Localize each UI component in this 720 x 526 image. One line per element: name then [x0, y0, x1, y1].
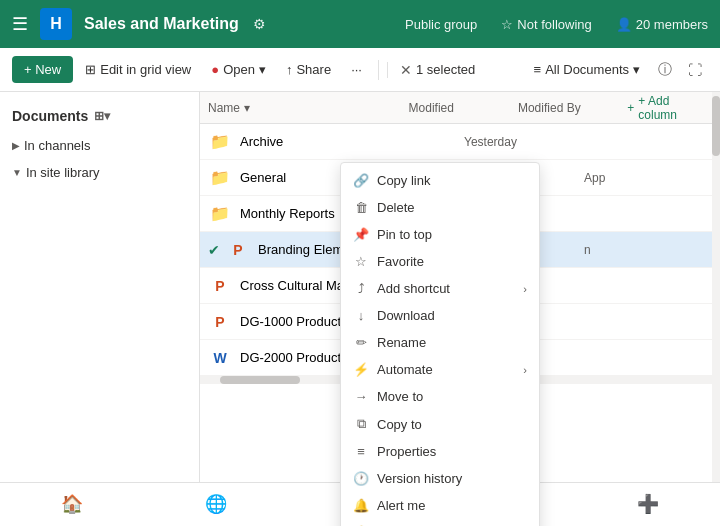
more-button[interactable]: ··· — [343, 56, 370, 83]
selected-indicator: ✕ 1 selected — [387, 62, 475, 78]
menu-item-rename[interactable]: ✏ Rename — [341, 329, 539, 356]
menu-label: Version history — [377, 471, 462, 486]
docx-icon: W — [208, 346, 232, 370]
add-icon: ➕ — [637, 493, 659, 515]
menu-label: Delete — [377, 200, 415, 215]
all-docs-chevron-icon: ▾ — [633, 62, 640, 77]
menu-label: Move to — [377, 389, 423, 404]
web-icon: 🌐 — [205, 493, 227, 515]
members[interactable]: 👤 20 members — [616, 17, 708, 32]
bottom-nav-home[interactable]: 🏠 — [49, 489, 95, 521]
menu-label: Add shortcut — [377, 281, 450, 296]
menu-label: Automate — [377, 362, 433, 377]
move-icon: → — [353, 389, 369, 404]
public-group-label: Public group — [405, 17, 477, 32]
all-docs-filter[interactable]: ≡ All Documents ▾ — [534, 62, 640, 77]
edit-grid-button[interactable]: ⊞ Edit in grid view — [77, 56, 199, 83]
documents-label: Documents — [12, 108, 88, 124]
grid-icon: ⊞ — [85, 62, 96, 77]
members-label: 20 members — [636, 17, 708, 32]
home-icon: 🏠 — [61, 493, 83, 515]
folder-icon: 📁 — [208, 130, 232, 154]
download-icon: ↓ — [353, 308, 369, 323]
menu-item-alert-me[interactable]: 🔔 Alert me — [341, 492, 539, 519]
open-icon: ● — [211, 62, 219, 77]
menu-item-properties[interactable]: ≡ Properties — [341, 438, 539, 465]
bottom-nav-web[interactable]: 🌐 — [193, 489, 239, 521]
share-icon: ↑ — [286, 62, 293, 77]
add-shortcut-icon: ⤴ — [353, 281, 369, 296]
history-icon: 🕐 — [353, 471, 369, 486]
info-button[interactable]: ⓘ — [652, 57, 678, 83]
menu-item-favorite[interactable]: ☆ Favorite — [341, 248, 539, 275]
toolbar-right-icons: ⓘ ⛶ — [652, 57, 708, 83]
toolbar-divider — [378, 60, 379, 80]
horizontal-scrollbar-thumb[interactable] — [220, 376, 300, 384]
table-row[interactable]: 📁 Archive Yesterday — [200, 124, 712, 160]
menu-item-download[interactable]: ↓ Download — [341, 302, 539, 329]
menu-item-version-history[interactable]: 🕐 Version history — [341, 465, 539, 492]
copy-link-icon: 🔗 — [353, 173, 369, 188]
menu-label: Copy link — [377, 173, 430, 188]
properties-icon: ≡ — [353, 444, 369, 459]
toolbar: + New ⊞ Edit in grid view ● Open ▾ ↑ Sha… — [0, 48, 720, 92]
context-menu: 🔗 Copy link 🗑 Delete 📌 Pin to top ☆ Favo… — [340, 162, 540, 526]
menu-item-move-to[interactable]: → Move to — [341, 383, 539, 410]
copy-icon: ⧉ — [353, 416, 369, 432]
alert-icon: 🔔 — [353, 498, 369, 513]
open-button[interactable]: ● Open ▾ — [203, 56, 274, 83]
menu-label: Favorite — [377, 254, 424, 269]
add-column-button[interactable]: + + Add column — [627, 94, 704, 122]
file-name: Archive — [240, 134, 464, 149]
settings-icon[interactable]: ⚙ — [253, 16, 266, 32]
file-modified-by: App — [584, 171, 704, 185]
menu-item-pin-to-top[interactable]: 📌 Pin to top — [341, 221, 539, 248]
vertical-scrollbar[interactable] — [712, 92, 720, 526]
top-nav: ☰ H Sales and Marketing ⚙ Public group ☆… — [0, 0, 720, 48]
deselect-button[interactable]: ✕ — [400, 62, 412, 78]
favorite-icon: ☆ — [353, 254, 369, 269]
check-icon: ✔ — [208, 242, 220, 258]
vertical-scrollbar-thumb[interactable] — [712, 96, 720, 156]
not-following[interactable]: ☆ Not following — [501, 17, 591, 32]
pptx-icon: P — [208, 274, 232, 298]
app-logo: H — [40, 8, 72, 40]
site-library-chevron-icon: ▼ — [12, 167, 22, 178]
col-by-header: Modified By — [518, 101, 627, 115]
pptx-icon: P — [208, 310, 232, 334]
public-group: Public group — [405, 17, 477, 32]
file-modified-by: n — [584, 243, 704, 257]
menu-item-add-shortcut[interactable]: ⤴ Add shortcut › — [341, 275, 539, 302]
pptx-icon: P — [226, 238, 250, 262]
view-options-icon[interactable]: ⊞▾ — [94, 109, 110, 123]
menu-item-copy-link[interactable]: 🔗 Copy link — [341, 167, 539, 194]
menu-item-manage-alerts[interactable]: 🔔 Manage my alerts — [341, 519, 539, 526]
expand-button[interactable]: ⛶ — [682, 58, 708, 82]
hamburger-icon[interactable]: ☰ — [12, 13, 28, 35]
file-list-header: Name ▾ Modified Modified By + + Add colu… — [200, 92, 712, 124]
in-channels-item[interactable]: ▶ In channels — [0, 132, 199, 159]
folder-icon: 📁 — [208, 202, 232, 226]
menu-item-automate[interactable]: ⚡ Automate › — [341, 356, 539, 383]
menu-label: Copy to — [377, 417, 422, 432]
menu-item-copy-to[interactable]: ⧉ Copy to — [341, 410, 539, 438]
folder-icon: 📁 — [208, 166, 232, 190]
documents-header: Documents ⊞▾ — [0, 100, 199, 132]
in-channels-chevron-icon: ▶ — [12, 140, 20, 151]
col-modified-header: Modified — [409, 101, 518, 115]
open-chevron-icon: ▾ — [259, 62, 266, 77]
col-name-header: Name ▾ — [208, 101, 409, 115]
share-button[interactable]: ↑ Share — [278, 56, 339, 83]
menu-label: Rename — [377, 335, 426, 350]
menu-label: Download — [377, 308, 435, 323]
bottom-nav-add[interactable]: ➕ — [625, 489, 671, 521]
new-button[interactable]: + New — [12, 56, 73, 83]
in-site-library-item[interactable]: ▼ In site library — [0, 159, 199, 186]
menu-label: Pin to top — [377, 227, 432, 242]
selected-count: 1 selected — [416, 62, 475, 77]
menu-item-delete[interactable]: 🗑 Delete — [341, 194, 539, 221]
submenu-arrow-icon: › — [523, 364, 527, 376]
menu-label: Alert me — [377, 498, 425, 513]
pin-icon: 📌 — [353, 227, 369, 242]
file-date: Yesterday — [464, 135, 584, 149]
